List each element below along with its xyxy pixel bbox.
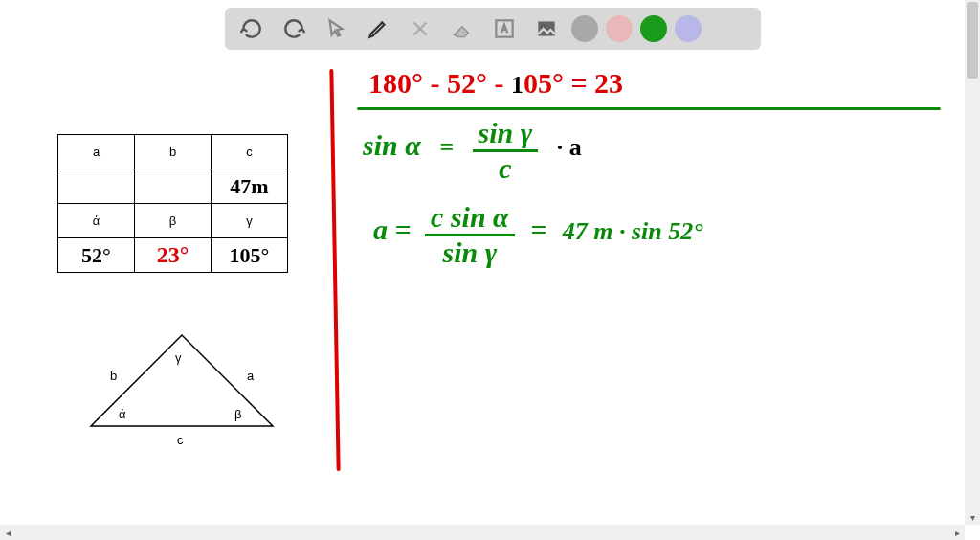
label-side-c: c — [177, 433, 184, 447]
eq1-part2: 1 — [511, 71, 523, 99]
equation-line-1: 180° - 52° - 105° = 23 — [368, 67, 623, 100]
undo-icon — [239, 16, 264, 41]
color-pink[interactable] — [606, 15, 633, 42]
eq2-dota: · a — [557, 133, 582, 161]
eq3-eq2: = — [530, 214, 546, 245]
scroll-left-icon[interactable]: ◂ — [0, 525, 15, 540]
svg-rect-1 — [538, 21, 554, 35]
header-beta: β — [135, 204, 212, 238]
label-alpha: ά — [119, 407, 126, 421]
color-green[interactable] — [640, 15, 667, 42]
undo-button[interactable] — [234, 11, 269, 46]
header-b: b — [135, 135, 212, 169]
pencil-icon — [366, 16, 390, 41]
vertical-scrollbar[interactable]: ▾ — [965, 0, 980, 525]
scroll-thumb-vertical[interactable] — [967, 2, 978, 79]
redo-icon — [281, 16, 306, 41]
eq3-rhs: 47 m · sin 52° — [563, 217, 703, 245]
text-icon — [492, 16, 517, 41]
label-side-a: a — [247, 369, 254, 383]
header-gamma: γ — [212, 204, 288, 238]
value-c: 47m — [212, 169, 288, 204]
eq3-num: c sin α — [425, 201, 515, 236]
header-a: a — [58, 135, 135, 169]
eq1-part3: 05° = 23 — [523, 67, 623, 99]
value-a — [58, 169, 135, 204]
text-button[interactable] — [487, 11, 522, 46]
equation-line-3: a = c sin α sin γ = 47 m · sin 52° — [373, 201, 703, 269]
value-beta: 23° — [135, 238, 212, 273]
eq3-den: sin γ — [425, 236, 515, 269]
image-icon — [534, 16, 559, 41]
color-purple[interactable] — [675, 15, 702, 42]
redo-button[interactable] — [277, 11, 311, 46]
value-gamma: 105° — [212, 238, 288, 273]
tools-icon — [408, 16, 433, 41]
triangle-shape — [77, 316, 287, 450]
eq2-den: c — [473, 152, 539, 185]
triangle-data-table: a b c 47m ά β γ 52° 23° 105° — [57, 134, 288, 273]
value-b — [135, 169, 212, 204]
eq2-num: sin γ — [473, 117, 539, 152]
image-button[interactable] — [529, 11, 564, 46]
pointer-button[interactable] — [319, 11, 353, 46]
label-side-b: b — [110, 369, 117, 383]
pencil-button[interactable] — [361, 11, 395, 46]
green-underline — [357, 107, 941, 110]
eraser-icon — [450, 16, 475, 41]
triangle-diagram: b a c γ ά β — [77, 316, 287, 450]
scroll-right-icon[interactable]: ▸ — [949, 525, 965, 540]
eq3-aeq: a = — [373, 214, 412, 245]
header-alpha: ά — [58, 204, 135, 238]
value-alpha: 52° — [58, 238, 135, 273]
tools-button[interactable] — [403, 11, 437, 46]
horizontal-scrollbar[interactable]: ◂ ▸ — [0, 525, 965, 540]
vertical-divider — [329, 69, 340, 471]
pointer-icon — [323, 16, 348, 41]
eraser-button[interactable] — [445, 11, 479, 46]
equation-line-2: sin α = sin γ c · a — [363, 117, 582, 185]
eq2-eq: = — [439, 133, 454, 161]
scroll-down-icon[interactable]: ▾ — [965, 509, 980, 525]
label-beta: β — [234, 407, 241, 421]
color-gray[interactable] — [571, 15, 598, 42]
label-gamma: γ — [175, 350, 182, 365]
math-area: 180° - 52° - 105° = 23 sin α = sin γ c ·… — [349, 67, 962, 469]
eq2-sinalpha: sin α — [363, 129, 421, 161]
eq1-part1: 180° - 52° - — [368, 67, 511, 99]
header-c: c — [212, 135, 288, 169]
toolbar — [225, 8, 761, 50]
